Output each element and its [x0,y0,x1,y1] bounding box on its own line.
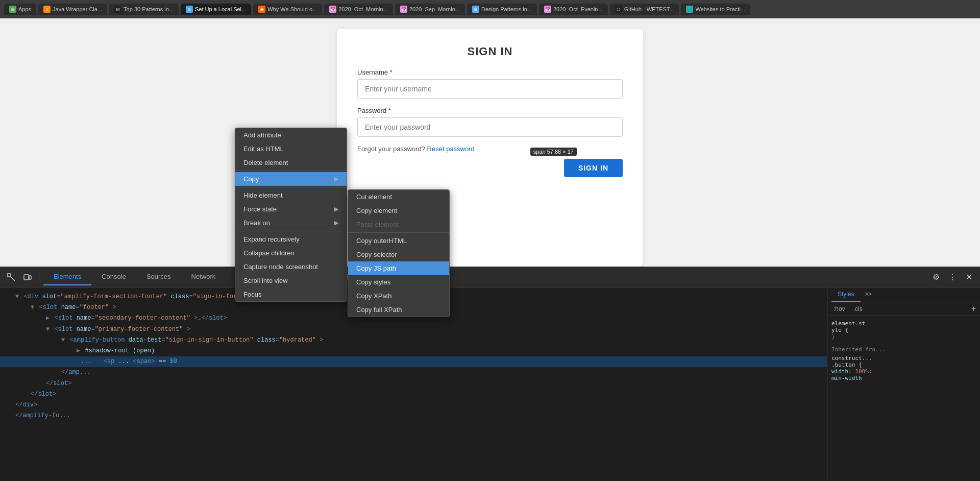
context-menu-overlay[interactable]: Add attribute Edit as HTML Delete elemen… [0,0,980,481]
submenu-copy-element[interactable]: Copy element [348,204,449,218]
submenu-copy-styles[interactable]: Copy styles [348,275,449,289]
submenu-paste-element: Paste element [348,218,449,231]
submenu-copy-xpath[interactable]: Copy XPath [348,289,449,303]
menu-item-scroll-into-view[interactable]: Scroll into view [235,274,347,287]
menu-item-add-attribute[interactable]: Add attribute [235,128,347,142]
menu-item-delete-element[interactable]: Delete element [235,156,347,170]
submenu-copy-selector[interactable]: Copy selector [348,248,449,261]
menu-item-expand-recursively[interactable]: Expand recursively [235,232,347,246]
copy-submenu[interactable]: Cut element Copy element Paste element C… [348,189,450,317]
submenu-copy-outerhtml[interactable]: Copy outerHTML [348,234,449,248]
menu-separator-1 [235,171,347,171]
menu-item-capture-screenshot[interactable]: Capture node screenshot [235,260,347,274]
menu-item-copy[interactable]: Copy ▶ [235,172,347,186]
submenu-copy-js-path[interactable]: Copy JS path [348,261,449,275]
menu-separator-3 [235,231,347,231]
submenu-separator [348,232,449,233]
break-on-arrow: ▶ [334,220,338,226]
copy-submenu-arrow: ▶ [334,176,338,182]
menu-item-collapse-children[interactable]: Collapse children [235,246,347,260]
menu-separator-2 [235,187,347,187]
menu-item-edit-as-html[interactable]: Edit as HTML [235,142,347,156]
force-state-arrow: ▶ [334,206,338,212]
menu-item-hide-element[interactable]: Hide element [235,188,347,202]
menu-item-focus[interactable]: Focus [235,287,347,301]
submenu-copy-full-xpath[interactable]: Copy full XPath [348,303,449,317]
context-menu[interactable]: Add attribute Edit as HTML Delete elemen… [235,128,347,302]
submenu-cut-element[interactable]: Cut element [348,190,449,204]
menu-item-force-state[interactable]: Force state ▶ [235,202,347,216]
menu-item-break-on[interactable]: Break on ▶ [235,216,347,230]
